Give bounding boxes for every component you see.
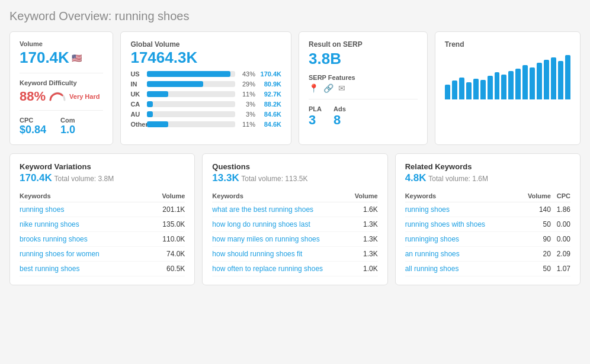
bar-bg <box>147 81 235 87</box>
bar-country: UK <box>130 91 143 98</box>
table-row: runninging shoes 90 0.00 <box>405 232 570 247</box>
trend-bar <box>480 80 486 99</box>
rk-keyword[interactable]: running shoes with shoes <box>405 217 518 232</box>
difficulty-value: 88% <box>20 89 46 104</box>
bar-country: CA <box>130 101 143 108</box>
trend-chart <box>445 52 570 99</box>
volume-card: Volume 170.4K 🇺🇸 Keyword Difficulty 88% … <box>9 31 113 145</box>
rk-volume: 140 <box>518 202 551 217</box>
q-keyword[interactable]: what are the best running shoes <box>212 202 349 217</box>
kv-col-keywords: Keywords <box>20 190 148 202</box>
com-label: Com <box>60 117 75 124</box>
trend-bar <box>565 55 570 99</box>
table-row: how many miles on running shoes 1.3K <box>212 232 377 247</box>
global-volume-value: 17464.3K <box>130 49 281 67</box>
q-keyword[interactable]: how often to replace running shoes <box>212 262 349 276</box>
top-row: Volume 170.4K 🇺🇸 Keyword Difficulty 88% … <box>9 31 581 145</box>
link-icon: 🔗 <box>323 83 334 93</box>
questions-card: Questions 13.3K Total volume: 113.5K Key… <box>202 153 387 285</box>
kv-volume: 201.1K <box>148 202 185 217</box>
global-volume-card: Global Volume 17464.3K US 43% 170.4K IN … <box>120 31 291 145</box>
rk-cpc: 1.07 <box>551 262 570 276</box>
related-keywords-total: Total volume: 1.6M <box>428 175 488 183</box>
table-row: how long do running shoes last 1.3K <box>212 217 377 232</box>
kv-volume: 135.0K <box>148 217 185 232</box>
flag-icon: 🇺🇸 <box>72 53 82 63</box>
table-row: what are the best running shoes 1.6K <box>212 202 377 217</box>
serp-features-label: SERP Features <box>309 74 418 81</box>
q-volume: 1.3K <box>349 217 377 232</box>
keyword-variations-title: Keyword Variations <box>20 162 185 171</box>
bar-row: US 43% 170.4K <box>130 70 281 78</box>
bar-country: IN <box>130 80 143 88</box>
ads-value: 8 <box>334 112 346 128</box>
trend-card: Trend <box>435 31 581 145</box>
difficulty-label: Keyword Difficulty <box>20 79 103 86</box>
questions-title: Questions <box>212 162 377 171</box>
kv-keyword[interactable]: running shoes <box>20 202 148 217</box>
bar-bg <box>147 111 235 117</box>
q-keyword[interactable]: how long do running shoes last <box>212 217 349 232</box>
kv-keyword[interactable]: best running shoes <box>20 262 148 276</box>
table-row: running shoes 140 1.86 <box>405 202 570 217</box>
rk-volume: 20 <box>518 247 551 262</box>
bottom-row: Keyword Variations 170.4K Total volume: … <box>9 153 581 285</box>
rk-keyword[interactable]: running shoes <box>405 202 518 217</box>
ads-item: Ads 8 <box>334 105 346 128</box>
related-keywords-card: Related Keywords 4.8K Total volume: 1.6M… <box>395 153 581 285</box>
rk-cpc: 2.09 <box>551 247 570 262</box>
bar-vol: 170.4K <box>259 70 281 78</box>
cpc-label: CPC <box>20 117 46 124</box>
kv-volume: 110.0K <box>148 232 185 247</box>
com-value: 1.0 <box>60 124 75 136</box>
kv-keyword[interactable]: brooks running shoes <box>20 232 148 247</box>
rk-keyword[interactable]: an running shoes <box>405 247 518 262</box>
bar-fill <box>147 111 153 117</box>
kv-keyword[interactable]: running shoes for women <box>20 247 148 262</box>
trend-bar <box>537 63 542 100</box>
bar-pct: 11% <box>239 121 255 128</box>
q-col-volume: Volume <box>349 190 377 202</box>
bar-bg <box>147 71 235 77</box>
trend-bar <box>466 82 472 99</box>
rk-col-cpc: CPC <box>551 190 570 202</box>
bar-vol: 92.7K <box>259 91 281 98</box>
questions-total: Total volume: 113.5K <box>241 175 307 183</box>
keyword-variations-table: Keywords Volume running shoes 201.1K nik… <box>20 190 185 276</box>
rk-volume: 90 <box>518 232 551 247</box>
trend-bar <box>551 57 556 99</box>
related-keywords-title: Related Keywords <box>405 162 570 171</box>
bar-bg <box>147 121 235 127</box>
bar-pct: 29% <box>239 80 255 88</box>
location-icon: 📍 <box>309 83 319 93</box>
table-row: best running shoes 60.5K <box>20 262 185 276</box>
kv-keyword[interactable]: nike running shoes <box>20 217 148 232</box>
rk-keyword[interactable]: all running shoes <box>405 262 518 276</box>
pla-ads-row: PLA 3 Ads 8 <box>309 105 418 128</box>
table-row: running shoes for women 74.0K <box>20 247 185 262</box>
rk-keyword[interactable]: runninging shoes <box>405 232 518 247</box>
bar-fill <box>147 101 153 107</box>
rk-cpc: 1.86 <box>551 202 570 217</box>
bar-pct: 3% <box>239 111 255 118</box>
rk-cpc: 0.00 <box>551 217 570 232</box>
keyword-variations-sub: 170.4K Total volume: 3.8M <box>20 172 185 184</box>
trend-bar <box>495 72 500 99</box>
trend-bar <box>544 60 549 99</box>
table-row: running shoes 201.1K <box>20 202 185 217</box>
bar-vol: 80.9K <box>259 80 281 88</box>
cpc-item: CPC $0.84 <box>20 117 46 136</box>
q-volume: 1.6K <box>349 202 377 217</box>
difficulty-row: 88% Very Hard <box>20 89 103 104</box>
table-row: running shoes with shoes 50 0.00 <box>405 217 570 232</box>
trend-bar <box>488 76 493 99</box>
difficulty-gauge-icon <box>49 92 66 101</box>
bar-row: IN 29% 80.9K <box>130 80 281 88</box>
q-volume: 1.0K <box>349 262 377 276</box>
page-title: Keyword Overview: running shoes <box>9 9 581 23</box>
serp-icons: 📍 🔗 ✉ <box>309 83 418 93</box>
com-item: Com 1.0 <box>60 117 75 136</box>
q-keyword[interactable]: how should running shoes fit <box>212 247 349 262</box>
q-keyword[interactable]: how many miles on running shoes <box>212 232 349 247</box>
trend-bar <box>558 61 563 99</box>
